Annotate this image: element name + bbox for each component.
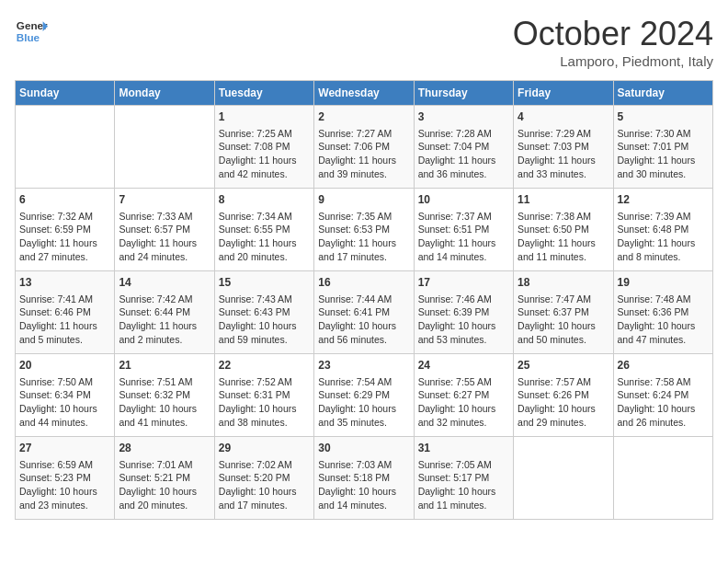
logo-icon: General Blue — [15, 15, 48, 48]
calendar-cell: 3Sunrise: 7:28 AM Sunset: 7:04 PM Daylig… — [414, 106, 513, 189]
cell-info: Sunrise: 7:54 AM Sunset: 6:29 PM Dayligh… — [318, 375, 409, 430]
calendar-cell: 23Sunrise: 7:54 AM Sunset: 6:29 PM Dayli… — [314, 354, 414, 437]
calendar-cell: 19Sunrise: 7:48 AM Sunset: 6:36 PM Dayli… — [613, 271, 712, 354]
day-number: 12 — [618, 192, 709, 208]
day-header-friday: Friday — [514, 81, 613, 106]
calendar-cell: 8Sunrise: 7:34 AM Sunset: 6:55 PM Daylig… — [214, 189, 313, 271]
day-number: 1 — [219, 109, 310, 125]
cell-info: Sunrise: 7:37 AM Sunset: 6:51 PM Dayligh… — [418, 210, 509, 264]
cell-info: Sunrise: 7:01 AM Sunset: 5:21 PM Dayligh… — [119, 458, 210, 512]
day-number: 13 — [19, 275, 110, 291]
day-number: 15 — [219, 275, 310, 291]
cell-info: Sunrise: 7:05 AM Sunset: 5:17 PM Dayligh… — [418, 458, 509, 512]
day-number: 8 — [219, 192, 310, 208]
cell-info: Sunrise: 7:55 AM Sunset: 6:27 PM Dayligh… — [418, 375, 509, 430]
calendar-cell: 16Sunrise: 7:44 AM Sunset: 6:41 PM Dayli… — [314, 271, 414, 354]
calendar-cell: 21Sunrise: 7:51 AM Sunset: 6:32 PM Dayli… — [115, 354, 214, 437]
logo: General Blue — [15, 15, 48, 48]
calendar-cell: 18Sunrise: 7:47 AM Sunset: 6:37 PM Dayli… — [514, 271, 613, 354]
cell-info: Sunrise: 7:44 AM Sunset: 6:41 PM Dayligh… — [318, 293, 409, 347]
calendar-cell — [514, 437, 613, 520]
day-number: 14 — [119, 275, 210, 291]
cell-info: Sunrise: 7:58 AM Sunset: 6:24 PM Dayligh… — [618, 375, 709, 430]
week-row-2: 13Sunrise: 7:41 AM Sunset: 6:46 PM Dayli… — [16, 271, 713, 354]
day-number: 27 — [19, 441, 110, 456]
cell-info: Sunrise: 7:50 AM Sunset: 6:34 PM Dayligh… — [19, 375, 110, 430]
page-header: General Blue October 2024 Lamporo, Piedm… — [15, 15, 713, 69]
cell-info: Sunrise: 7:25 AM Sunset: 7:08 PM Dayligh… — [219, 127, 310, 181]
day-number: 23 — [318, 358, 409, 373]
day-number: 31 — [418, 441, 509, 456]
calendar-cell: 22Sunrise: 7:52 AM Sunset: 6:31 PM Dayli… — [214, 354, 313, 437]
calendar-cell: 9Sunrise: 7:35 AM Sunset: 6:53 PM Daylig… — [314, 189, 414, 271]
day-number: 7 — [119, 192, 210, 208]
header-row: SundayMondayTuesdayWednesdayThursdayFrid… — [16, 81, 713, 106]
cell-info: Sunrise: 7:33 AM Sunset: 6:57 PM Dayligh… — [119, 210, 210, 264]
day-number: 21 — [119, 358, 210, 373]
week-row-1: 6Sunrise: 7:32 AM Sunset: 6:59 PM Daylig… — [16, 189, 713, 271]
day-number: 24 — [418, 358, 509, 373]
location: Lamporo, Piedmont, Italy — [513, 53, 713, 69]
calendar-cell — [16, 106, 115, 189]
calendar-cell: 20Sunrise: 7:50 AM Sunset: 6:34 PM Dayli… — [16, 354, 115, 437]
day-number: 6 — [19, 192, 110, 208]
cell-info: Sunrise: 7:42 AM Sunset: 6:44 PM Dayligh… — [119, 293, 210, 347]
cell-info: Sunrise: 7:52 AM Sunset: 6:31 PM Dayligh… — [219, 375, 310, 430]
calendar-cell: 15Sunrise: 7:43 AM Sunset: 6:43 PM Dayli… — [214, 271, 313, 354]
calendar-cell: 30Sunrise: 7:03 AM Sunset: 5:18 PM Dayli… — [314, 437, 414, 520]
calendar-table: SundayMondayTuesdayWednesdayThursdayFrid… — [15, 80, 713, 520]
day-header-thursday: Thursday — [414, 81, 513, 106]
day-number: 10 — [418, 192, 509, 208]
calendar-cell: 31Sunrise: 7:05 AM Sunset: 5:17 PM Dayli… — [414, 437, 513, 520]
cell-info: Sunrise: 7:34 AM Sunset: 6:55 PM Dayligh… — [219, 210, 310, 264]
calendar-cell: 26Sunrise: 7:58 AM Sunset: 6:24 PM Dayli… — [613, 354, 712, 437]
cell-info: Sunrise: 7:30 AM Sunset: 7:01 PM Dayligh… — [618, 127, 709, 181]
cell-info: Sunrise: 7:39 AM Sunset: 6:48 PM Dayligh… — [618, 210, 709, 264]
day-header-tuesday: Tuesday — [214, 81, 313, 106]
cell-info: Sunrise: 7:57 AM Sunset: 6:26 PM Dayligh… — [518, 375, 609, 430]
calendar-cell: 5Sunrise: 7:30 AM Sunset: 7:01 PM Daylig… — [613, 106, 712, 189]
day-number: 29 — [219, 441, 310, 456]
day-number: 28 — [119, 441, 210, 456]
cell-info: Sunrise: 7:46 AM Sunset: 6:39 PM Dayligh… — [418, 293, 509, 347]
week-row-3: 20Sunrise: 7:50 AM Sunset: 6:34 PM Dayli… — [16, 354, 713, 437]
cell-info: Sunrise: 6:59 AM Sunset: 5:23 PM Dayligh… — [19, 458, 110, 512]
cell-info: Sunrise: 7:38 AM Sunset: 6:50 PM Dayligh… — [518, 210, 609, 264]
cell-info: Sunrise: 7:51 AM Sunset: 6:32 PM Dayligh… — [119, 375, 210, 430]
day-header-saturday: Saturday — [613, 81, 712, 106]
calendar-cell: 12Sunrise: 7:39 AM Sunset: 6:48 PM Dayli… — [613, 189, 712, 271]
week-row-0: 1Sunrise: 7:25 AM Sunset: 7:08 PM Daylig… — [16, 106, 713, 189]
day-number: 9 — [318, 192, 409, 208]
cell-info: Sunrise: 7:48 AM Sunset: 6:36 PM Dayligh… — [618, 293, 709, 347]
calendar-cell — [613, 437, 712, 520]
day-header-wednesday: Wednesday — [314, 81, 414, 106]
calendar-cell — [115, 106, 214, 189]
month-title: October 2024 — [513, 15, 713, 53]
calendar-cell: 28Sunrise: 7:01 AM Sunset: 5:21 PM Dayli… — [115, 437, 214, 520]
cell-info: Sunrise: 7:32 AM Sunset: 6:59 PM Dayligh… — [19, 210, 110, 264]
cell-info: Sunrise: 7:43 AM Sunset: 6:43 PM Dayligh… — [219, 293, 310, 347]
day-number: 25 — [518, 358, 609, 373]
calendar-cell: 24Sunrise: 7:55 AM Sunset: 6:27 PM Dayli… — [414, 354, 513, 437]
day-number: 22 — [219, 358, 310, 373]
calendar-cell: 11Sunrise: 7:38 AM Sunset: 6:50 PM Dayli… — [514, 189, 613, 271]
svg-text:Blue: Blue — [17, 31, 40, 43]
day-number: 16 — [318, 275, 409, 291]
day-number: 4 — [518, 109, 609, 125]
calendar-cell: 25Sunrise: 7:57 AM Sunset: 6:26 PM Dayli… — [514, 354, 613, 437]
title-block: October 2024 Lamporo, Piedmont, Italy — [513, 15, 713, 69]
cell-info: Sunrise: 7:29 AM Sunset: 7:03 PM Dayligh… — [518, 127, 609, 181]
cell-info: Sunrise: 7:35 AM Sunset: 6:53 PM Dayligh… — [318, 210, 409, 264]
calendar-cell: 10Sunrise: 7:37 AM Sunset: 6:51 PM Dayli… — [414, 189, 513, 271]
calendar-cell: 17Sunrise: 7:46 AM Sunset: 6:39 PM Dayli… — [414, 271, 513, 354]
calendar-cell: 4Sunrise: 7:29 AM Sunset: 7:03 PM Daylig… — [514, 106, 613, 189]
cell-info: Sunrise: 7:47 AM Sunset: 6:37 PM Dayligh… — [518, 293, 609, 347]
cell-info: Sunrise: 7:28 AM Sunset: 7:04 PM Dayligh… — [418, 127, 509, 181]
day-number: 26 — [618, 358, 709, 373]
cell-info: Sunrise: 7:27 AM Sunset: 7:06 PM Dayligh… — [318, 127, 409, 181]
week-row-4: 27Sunrise: 6:59 AM Sunset: 5:23 PM Dayli… — [16, 437, 713, 520]
calendar-cell: 1Sunrise: 7:25 AM Sunset: 7:08 PM Daylig… — [214, 106, 313, 189]
day-number: 20 — [19, 358, 110, 373]
day-number: 3 — [418, 109, 509, 125]
day-number: 2 — [318, 109, 409, 125]
